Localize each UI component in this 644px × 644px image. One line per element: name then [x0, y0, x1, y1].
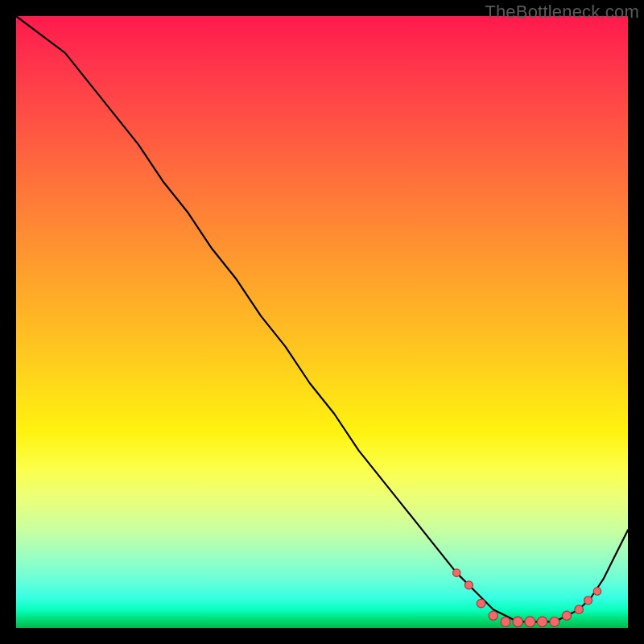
highlight-dot	[525, 617, 535, 627]
highlight-dot	[593, 588, 601, 595]
bottleneck-curve	[16, 16, 628, 621]
highlight-dot	[550, 617, 559, 627]
watermark-text: TheBottleneck.com	[485, 2, 639, 23]
highlight-dot	[477, 599, 485, 608]
chart-stage: TheBottleneck.com	[0, 0, 644, 644]
highlight-dot	[575, 605, 584, 614]
highlight-dot	[464, 581, 473, 589]
highlight-dot	[489, 611, 497, 620]
highlight-dots	[453, 569, 601, 627]
curve-layer	[16, 16, 628, 628]
highlight-dot	[501, 617, 510, 627]
highlight-dot	[537, 617, 547, 626]
highlight-dot	[513, 617, 522, 626]
highlight-dot	[562, 611, 571, 620]
plot-area	[16, 16, 628, 628]
highlight-dot	[453, 569, 460, 576]
highlight-dot	[584, 597, 592, 605]
